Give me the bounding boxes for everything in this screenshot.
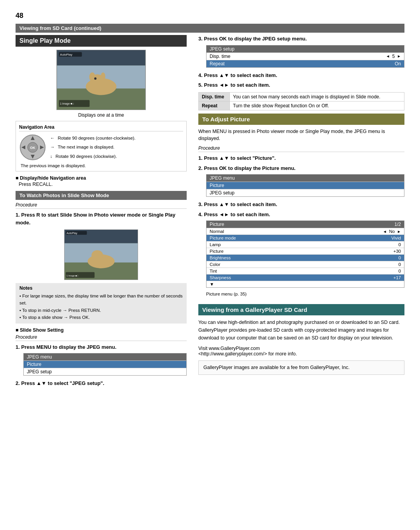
- nav-labels: ← Rotate 90 degrees (counter-clockwise).…: [50, 135, 136, 161]
- picture-row-normal: Normal ◄ No ►: [206, 228, 404, 234]
- single-play-mode-title: Single Play Mode: [16, 35, 187, 47]
- display-hide-section: Display/hide Navigation area Press RECAL…: [16, 175, 187, 187]
- jpeg-menu-title-left: JPEG menu: [24, 353, 186, 360]
- picture-row-color: Color 0: [206, 261, 404, 268]
- gallery-body: You can view high-definition art and pho…: [198, 318, 404, 342]
- info-label-repeat: Repeat: [199, 101, 230, 110]
- dog-image-main: AutoPlay 1 Image ■□: [56, 50, 146, 110]
- svg-text:AutoPlay: AutoPlay: [60, 53, 72, 56]
- nav-diagram: OK ← Rotate 90 degrees (counter-clockwis…: [19, 134, 183, 161]
- jpeg-menu-table-adjust: JPEG menu Picture JPEG setup: [206, 174, 404, 197]
- picture-row-tint: Tint 0: [206, 268, 404, 274]
- right-column: 3. Press OK to display the JPEG setup me…: [198, 35, 404, 390]
- jpeg-menu-title-adjust: JPEG menu: [206, 175, 404, 182]
- notes-list: For large image sizes, the display time …: [19, 292, 183, 321]
- svg-point-25: [91, 250, 103, 260]
- info-row-repeat: Repeat Turn the slide show Repeat functi…: [199, 101, 404, 110]
- svg-point-7: [101, 72, 105, 80]
- gallery-visit-line1: Visit www.GalleryPlayer.com: [198, 346, 404, 351]
- adjust-step2: 2. Press OK to display the Picture menu.: [198, 164, 404, 172]
- jpeg-setup-row-repeat: Repeat On: [206, 60, 404, 67]
- info-desc-repeat: Turn the slide show Repeat function On o…: [230, 101, 404, 110]
- slide-show-step1: 1. Press R to start Slide Show in Photo …: [16, 211, 187, 226]
- slide-setting-step2: 2. Press ▲▼ to select "JPEG setup".: [16, 380, 187, 387]
- jpeg-menu-table-left: JPEG menu Picture JPEG setup: [23, 353, 187, 376]
- picture-row-brightness: Brightness 0: [206, 254, 404, 261]
- info-desc-disptime: You can set how many seconds each image …: [230, 92, 404, 101]
- left-column: Single Play Mode AutoPlay 1 Ima: [16, 35, 187, 390]
- svg-point-6: [89, 72, 95, 82]
- picture-table-title: Picture 1/2: [206, 221, 404, 228]
- gallery-title: Viewing from a GalleryPlayer SD Card: [198, 304, 404, 315]
- note-item-1: For large image sizes, the display time …: [19, 292, 183, 307]
- display-hide-title: Display/hide Navigation area: [16, 175, 187, 181]
- svg-text:1 Image ■□: 1 Image ■□: [60, 102, 74, 105]
- picture-row-picture: Picture +30: [206, 248, 404, 254]
- slide-setting-procedure: Procedure: [16, 334, 187, 341]
- slide-show-section-title: To Watch Photos in Slide Show Mode: [16, 191, 187, 200]
- nav-area-title: Navigation Area: [19, 124, 183, 131]
- gallery-visit: Visit www.GalleryPlayer.com <http://www.…: [198, 346, 404, 357]
- notes-box: Notes For large image sizes, the display…: [16, 283, 187, 324]
- top-header: Viewing from SD Card (continued): [16, 24, 404, 33]
- right-step4: 4. Press ▲▼ to select each item.: [198, 72, 404, 79]
- svg-text:OK: OK: [30, 146, 35, 150]
- jpeg-setup-title: JPEG setup: [206, 45, 404, 52]
- gallery-section: Viewing from a GalleryPlayer SD Card You…: [198, 304, 404, 375]
- svg-text:AutoPlay: AutoPlay: [66, 232, 77, 235]
- info-label-disptime: Disp. time: [199, 92, 230, 101]
- picture-table: Picture 1/2 Normal ◄ No ► Picture mode V…: [206, 220, 404, 288]
- jpeg-menu-picture-row: Picture: [206, 182, 404, 189]
- right-step5: 5. Press ◄► to set each item.: [198, 81, 404, 89]
- jpeg-setup-row-disptime: Disp. time ◄ 5 ►: [206, 52, 404, 60]
- picture-table-more: ▼: [206, 281, 404, 287]
- press-recall-text: Press RECALL.: [19, 182, 187, 187]
- jpeg-menu-setup-row: JPEG setup: [206, 189, 404, 196]
- jpeg-menu-row-setup: JPEG setup: [24, 368, 186, 375]
- slide-setting-step1: 1. Press MENU to display the JPEG menu.: [16, 343, 187, 351]
- adjust-step3: 3. Press ▲▼ to select each item.: [198, 201, 404, 208]
- right-step3: 3. Press OK to display the JPEG setup me…: [198, 35, 404, 43]
- jpeg-menu-row-picture: Picture: [24, 360, 186, 368]
- navigation-area-box: Navigation Area OK: [16, 121, 187, 171]
- prev-image-text: The previous image is displayed.: [21, 163, 183, 168]
- picture-row-lamp: Lamp 0: [206, 241, 404, 248]
- svg-point-8: [94, 77, 96, 80]
- slide-show-setting-title: Slide Show Setting: [16, 327, 187, 333]
- dog-image-slideshow: AutoPlay 1 Image ■□: [64, 229, 138, 280]
- adjust-procedure-label: Procedure: [198, 145, 404, 152]
- picture-caption: Picture menu (p. 35): [206, 292, 404, 296]
- adjust-step4: 4. Press ◄► to set each item.: [198, 211, 404, 219]
- page-number: 48: [16, 12, 404, 20]
- note-item-3: To stop a slide show → Press OK.: [19, 314, 183, 321]
- picture-row-mode: Picture mode Vivid: [206, 234, 404, 241]
- adjust-picture-intro: When MENU is pressed in Photo viewer mod…: [198, 128, 404, 143]
- picture-row-sharpness: Sharpness +17: [206, 274, 404, 281]
- gallery-note-box: GalleryPlayer images are available for a…: [198, 360, 404, 375]
- info-table: Disp. time You can set how many seconds …: [198, 92, 404, 110]
- gallery-visit-line2: <http://www.galleryplayer.com/> for more…: [198, 351, 404, 357]
- svg-text:1 Image ■□: 1 Image ■□: [66, 274, 79, 276]
- info-row-disptime: Disp. time You can set how many seconds …: [199, 92, 404, 101]
- adjust-picture-title: To Adjust Picture: [198, 114, 404, 125]
- jpeg-setup-table: JPEG setup Disp. time ◄ 5 ► Repeat On: [206, 45, 404, 68]
- notes-title: Notes: [19, 285, 183, 291]
- slide-show-procedure-label: Procedure: [16, 202, 187, 209]
- adjust-step1: 1. Press ▲▼ to select "Picture".: [198, 154, 404, 162]
- image-caption: Displays one at a time: [16, 112, 187, 118]
- note-item-2: To stop in mid-cycle → Press RETURN.: [19, 307, 183, 314]
